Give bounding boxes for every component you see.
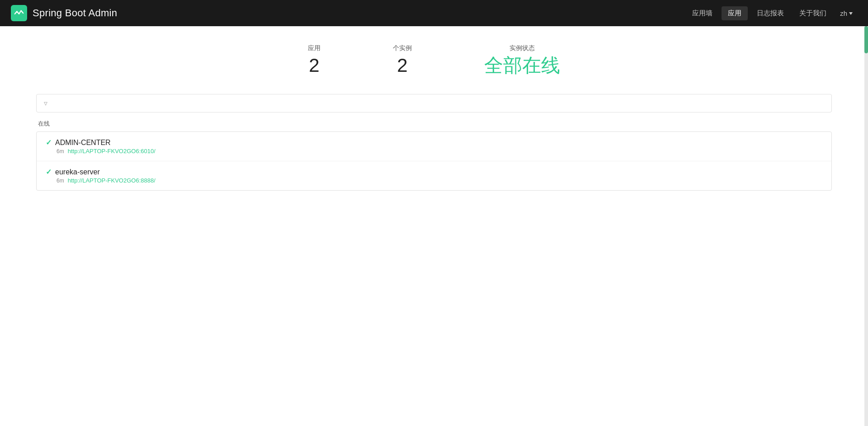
scrollbar-thumb[interactable] <box>864 26 868 53</box>
navbar-nav: 应用墙 应用 日志报表 关于我们 zh <box>686 6 857 20</box>
apps-count: 2 <box>308 55 321 76</box>
online-section-label: 在线 <box>36 120 832 128</box>
app-list: ✓ ADMIN-CENTER 6m http://LAPTOP-FKVO2GO6… <box>36 131 832 191</box>
app-url[interactable]: http://LAPTOP-FKVO2GO6:8888/ <box>68 177 156 184</box>
brand-title: Spring Boot Admin <box>33 7 117 19</box>
stat-apps: 应用 2 <box>272 40 357 80</box>
app-item-top: ✓ eureka-server <box>46 168 822 176</box>
app-name: ADMIN-CENTER <box>55 139 111 147</box>
filter-icon: ▿ <box>44 99 47 108</box>
app-time: 6m <box>57 148 64 154</box>
app-url[interactable]: http://LAPTOP-FKVO2GO6:6010/ <box>68 148 156 154</box>
instances-count: 2 <box>393 55 412 76</box>
app-item-bottom: 6m http://LAPTOP-FKVO2GO6:8888/ <box>46 177 822 184</box>
lang-label: zh <box>840 9 847 17</box>
stat-instances: 个实例 2 <box>357 40 448 80</box>
logo-icon <box>11 5 27 21</box>
nav-item-about[interactable]: 关于我们 <box>793 6 833 20</box>
scrollbar-track <box>864 26 868 426</box>
status-text: 全部在线 <box>484 55 560 76</box>
brand: Spring Boot Admin <box>11 5 117 21</box>
app-name: eureka-server <box>55 168 100 176</box>
nav-item-wall[interactable]: 应用墙 <box>686 6 719 20</box>
main-content: 应用 2 个实例 2 实例状态 全部在线 ▿ 在线 ✓ ADMIN-CENTER… <box>0 26 868 426</box>
list-item[interactable]: ✓ eureka-server 6m http://LAPTOP-FKVO2GO… <box>37 161 831 190</box>
nav-item-logs[interactable]: 日志报表 <box>750 6 790 20</box>
filter-box: ▿ <box>36 94 832 112</box>
app-time: 6m <box>57 178 64 184</box>
instances-label: 个实例 <box>393 44 412 52</box>
filter-input[interactable] <box>52 99 824 107</box>
navbar: Spring Boot Admin 应用墙 应用 日志报表 关于我们 zh <box>0 0 868 26</box>
stat-status: 实例状态 全部在线 <box>448 40 596 80</box>
stats-row: 应用 2 个实例 2 实例状态 全部在线 <box>36 40 832 80</box>
app-item-top: ✓ ADMIN-CENTER <box>46 138 822 147</box>
apps-label: 应用 <box>308 44 321 52</box>
check-icon: ✓ <box>46 168 52 176</box>
check-icon: ✓ <box>46 138 52 147</box>
chevron-down-icon <box>849 12 853 15</box>
lang-selector[interactable]: zh <box>835 7 857 20</box>
nav-item-apps[interactable]: 应用 <box>722 6 748 20</box>
status-label: 实例状态 <box>484 44 560 52</box>
list-item[interactable]: ✓ ADMIN-CENTER 6m http://LAPTOP-FKVO2GO6… <box>37 132 831 161</box>
app-item-bottom: 6m http://LAPTOP-FKVO2GO6:6010/ <box>46 148 822 154</box>
